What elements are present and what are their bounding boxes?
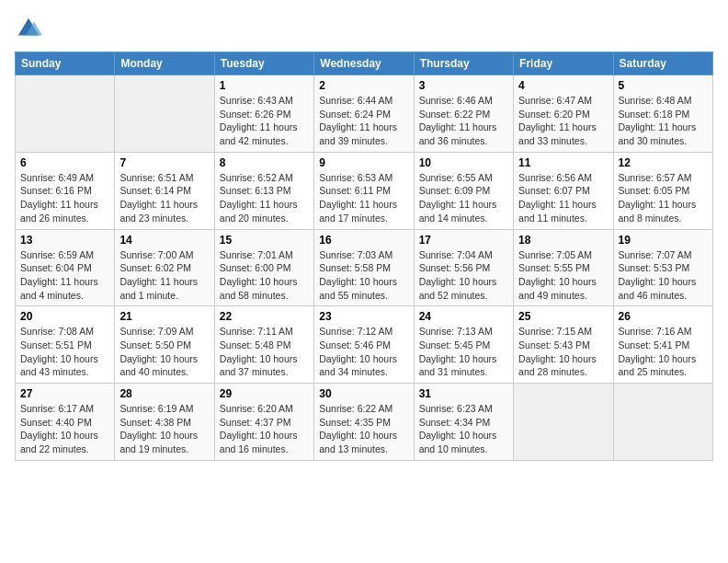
calendar-day-cell: 20Sunrise: 7:08 AMSunset: 5:51 PMDayligh… — [16, 306, 115, 384]
day-info: Sunrise: 6:55 AMSunset: 6:09 PMDaylight:… — [419, 171, 508, 225]
day-number: 12 — [619, 156, 708, 169]
day-number: 8 — [220, 156, 309, 169]
day-info: Sunrise: 6:56 AMSunset: 6:07 PMDaylight:… — [518, 171, 608, 225]
calendar-week-row: 20Sunrise: 7:08 AMSunset: 5:51 PMDayligh… — [16, 306, 713, 384]
day-number: 18 — [518, 234, 608, 247]
day-info: Sunrise: 6:52 AMSunset: 6:13 PMDaylight:… — [220, 171, 309, 225]
day-number: 6 — [20, 156, 109, 169]
calendar-day-cell: 28Sunrise: 6:19 AMSunset: 4:38 PMDayligh… — [115, 384, 214, 461]
day-number: 7 — [119, 156, 209, 169]
day-number: 20 — [20, 310, 109, 323]
calendar-day-cell: 22Sunrise: 7:11 AMSunset: 5:48 PMDayligh… — [214, 306, 313, 384]
day-info: Sunrise: 7:04 AMSunset: 5:56 PMDaylight:… — [419, 248, 508, 303]
day-info: Sunrise: 7:03 AMSunset: 5:58 PMDaylight:… — [319, 248, 408, 303]
day-number: 31 — [419, 387, 508, 400]
calendar-week-row: 1Sunrise: 6:43 AMSunset: 6:26 PMDaylight… — [16, 75, 713, 153]
weekday-header: Sunday — [16, 52, 115, 75]
weekday-header: Friday — [514, 52, 613, 75]
day-info: Sunrise: 6:57 AMSunset: 6:05 PMDaylight:… — [619, 171, 708, 225]
day-number: 15 — [220, 234, 309, 247]
calendar-day-cell: 30Sunrise: 6:22 AMSunset: 4:35 PMDayligh… — [314, 384, 414, 461]
calendar-day-cell: 16Sunrise: 7:03 AMSunset: 5:58 PMDayligh… — [314, 229, 414, 306]
calendar-day-cell: 11Sunrise: 6:56 AMSunset: 6:07 PMDayligh… — [514, 152, 613, 229]
day-number: 25 — [518, 310, 608, 323]
day-number: 1 — [220, 79, 309, 92]
calendar-day-cell: 3Sunrise: 6:46 AMSunset: 6:22 PMDaylight… — [414, 75, 513, 153]
page-header — [15, 15, 713, 42]
day-info: Sunrise: 7:08 AMSunset: 5:51 PMDaylight:… — [20, 325, 109, 379]
day-info: Sunrise: 6:49 AMSunset: 6:16 PMDaylight:… — [20, 171, 109, 225]
day-info: Sunrise: 7:01 AMSunset: 6:00 PMDaylight:… — [220, 248, 309, 303]
calendar-day-cell: 14Sunrise: 7:00 AMSunset: 6:02 PMDayligh… — [115, 229, 214, 306]
calendar-day-cell: 18Sunrise: 7:05 AMSunset: 5:55 PMDayligh… — [514, 229, 613, 306]
day-info: Sunrise: 6:22 AMSunset: 4:35 PMDaylight:… — [319, 402, 408, 456]
weekday-header: Monday — [115, 52, 214, 75]
day-number: 11 — [518, 156, 608, 169]
day-number: 27 — [20, 387, 109, 400]
day-info: Sunrise: 6:51 AMSunset: 6:14 PMDaylight:… — [119, 171, 209, 225]
day-info: Sunrise: 7:09 AMSunset: 5:50 PMDaylight:… — [119, 325, 209, 379]
day-number: 4 — [518, 79, 608, 92]
day-number: 30 — [319, 387, 408, 400]
calendar-day-cell: 9Sunrise: 6:53 AMSunset: 6:11 PMDaylight… — [314, 152, 414, 229]
calendar-day-cell — [613, 384, 712, 461]
day-number: 13 — [20, 234, 109, 247]
calendar-day-cell: 12Sunrise: 6:57 AMSunset: 6:05 PMDayligh… — [613, 152, 712, 229]
day-info: Sunrise: 7:15 AMSunset: 5:43 PMDaylight:… — [518, 325, 608, 379]
day-info: Sunrise: 6:23 AMSunset: 4:34 PMDaylight:… — [419, 402, 508, 456]
day-number: 2 — [319, 79, 408, 92]
day-info: Sunrise: 7:07 AMSunset: 5:53 PMDaylight:… — [619, 248, 708, 303]
day-info: Sunrise: 6:47 AMSunset: 6:20 PMDaylight:… — [518, 94, 608, 148]
calendar-day-cell — [115, 75, 214, 153]
day-number: 9 — [319, 156, 408, 169]
day-info: Sunrise: 6:20 AMSunset: 4:37 PMDaylight:… — [220, 402, 309, 456]
day-info: Sunrise: 7:05 AMSunset: 5:55 PMDaylight:… — [518, 248, 608, 303]
day-number: 23 — [319, 310, 408, 323]
day-info: Sunrise: 6:19 AMSunset: 4:38 PMDaylight:… — [119, 402, 209, 456]
day-number: 16 — [319, 234, 408, 247]
calendar-day-cell: 17Sunrise: 7:04 AMSunset: 5:56 PMDayligh… — [414, 229, 513, 306]
calendar-day-cell: 15Sunrise: 7:01 AMSunset: 6:00 PMDayligh… — [214, 229, 313, 306]
calendar-day-cell: 5Sunrise: 6:48 AMSunset: 6:18 PMDaylight… — [613, 75, 712, 153]
day-number: 24 — [419, 310, 508, 323]
day-number: 14 — [119, 234, 209, 247]
calendar-table: SundayMondayTuesdayWednesdayThursdayFrid… — [15, 52, 713, 461]
logo — [15, 15, 46, 42]
day-number: 5 — [619, 79, 708, 92]
calendar-week-row: 27Sunrise: 6:17 AMSunset: 4:40 PMDayligh… — [16, 384, 713, 461]
calendar-day-cell: 27Sunrise: 6:17 AMSunset: 4:40 PMDayligh… — [16, 384, 115, 461]
calendar-day-cell: 6Sunrise: 6:49 AMSunset: 6:16 PMDaylight… — [16, 152, 115, 229]
day-number: 19 — [619, 234, 708, 247]
day-number: 28 — [119, 387, 209, 400]
calendar-day-cell: 7Sunrise: 6:51 AMSunset: 6:14 PMDaylight… — [115, 152, 214, 229]
calendar-day-cell: 1Sunrise: 6:43 AMSunset: 6:26 PMDaylight… — [214, 75, 313, 153]
day-info: Sunrise: 6:48 AMSunset: 6:18 PMDaylight:… — [619, 94, 708, 148]
calendar-day-cell — [16, 75, 115, 153]
day-number: 3 — [419, 79, 508, 92]
calendar-day-cell: 26Sunrise: 7:16 AMSunset: 5:41 PMDayligh… — [613, 306, 712, 384]
weekday-header: Wednesday — [314, 52, 414, 75]
weekday-header: Tuesday — [214, 52, 313, 75]
calendar-day-cell: 25Sunrise: 7:15 AMSunset: 5:43 PMDayligh… — [514, 306, 613, 384]
calendar-day-cell: 10Sunrise: 6:55 AMSunset: 6:09 PMDayligh… — [414, 152, 513, 229]
day-number: 22 — [220, 310, 309, 323]
day-info: Sunrise: 6:43 AMSunset: 6:26 PMDaylight:… — [220, 94, 309, 148]
day-number: 29 — [220, 387, 309, 400]
logo-icon — [15, 15, 42, 42]
day-info: Sunrise: 7:00 AMSunset: 6:02 PMDaylight:… — [119, 248, 209, 303]
day-number: 17 — [419, 234, 508, 247]
day-info: Sunrise: 6:17 AMSunset: 4:40 PMDaylight:… — [20, 402, 109, 456]
day-info: Sunrise: 6:59 AMSunset: 6:04 PMDaylight:… — [20, 248, 109, 303]
day-number: 21 — [119, 310, 209, 323]
day-info: Sunrise: 7:12 AMSunset: 5:46 PMDaylight:… — [319, 325, 408, 379]
calendar-day-cell: 8Sunrise: 6:52 AMSunset: 6:13 PMDaylight… — [214, 152, 313, 229]
calendar-week-row: 13Sunrise: 6:59 AMSunset: 6:04 PMDayligh… — [16, 229, 713, 306]
day-info: Sunrise: 7:13 AMSunset: 5:45 PMDaylight:… — [419, 325, 508, 379]
calendar-header-row: SundayMondayTuesdayWednesdayThursdayFrid… — [16, 52, 713, 75]
day-number: 10 — [419, 156, 508, 169]
calendar-day-cell: 23Sunrise: 7:12 AMSunset: 5:46 PMDayligh… — [314, 306, 414, 384]
calendar-day-cell: 29Sunrise: 6:20 AMSunset: 4:37 PMDayligh… — [214, 384, 313, 461]
day-number: 26 — [619, 310, 708, 323]
calendar-week-row: 6Sunrise: 6:49 AMSunset: 6:16 PMDaylight… — [16, 152, 713, 229]
day-info: Sunrise: 7:16 AMSunset: 5:41 PMDaylight:… — [619, 325, 708, 379]
